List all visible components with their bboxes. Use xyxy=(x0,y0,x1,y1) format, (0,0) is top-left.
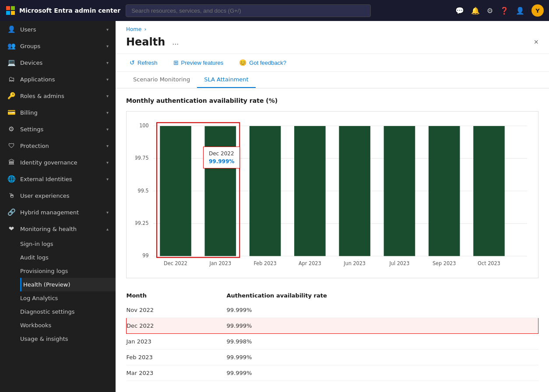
protection-icon: 🛡 xyxy=(7,142,16,150)
people-icon[interactable]: 👤 xyxy=(516,7,524,15)
help-icon[interactable]: ❓ xyxy=(500,7,509,15)
tabs: Scenario Monitoring SLA Attainment xyxy=(116,72,549,88)
preview-features-button[interactable]: ⊞ Preview features xyxy=(170,57,227,68)
sidebar-item-settings[interactable]: ⚙ Settings ▾ xyxy=(0,121,116,137)
svg-text:Dec 2022: Dec 2022 xyxy=(164,260,187,266)
roles-icon: 🔑 xyxy=(7,92,16,100)
sidebar-item-workbooks[interactable]: Workbooks xyxy=(20,318,116,332)
applications-icon: 🗂 xyxy=(7,75,16,83)
svg-text:99: 99 xyxy=(142,252,148,259)
svg-text:Sep 2023: Sep 2023 xyxy=(433,260,456,266)
toolbar: ↺ Refresh ⊞ Preview features 😊 Got feedb… xyxy=(116,54,549,72)
svg-text:Feb 2023: Feb 2023 xyxy=(254,260,277,266)
svg-text:Jun 2023: Jun 2023 xyxy=(343,260,366,266)
sidebar-item-groups[interactable]: 👥 Groups ▾ xyxy=(0,38,116,54)
breadcrumb-separator: › xyxy=(144,26,146,32)
bar-oct-2023[interactable] xyxy=(473,126,505,256)
svg-rect-2 xyxy=(6,11,10,15)
table-cell-rate: 99.999% xyxy=(227,302,538,318)
bar-sep-2023[interactable] xyxy=(429,126,460,256)
table-row[interactable]: Jan 2023 99.998% xyxy=(127,334,538,350)
chevron-down-icon: ▾ xyxy=(106,177,109,182)
sidebar-item-health-preview[interactable]: Health (Preview) xyxy=(20,278,116,291)
bar-jan-2023[interactable] xyxy=(205,126,236,256)
sidebar-item-hybrid-management[interactable]: 🔗 Hybrid management ▾ xyxy=(0,204,116,220)
sidebar-label-billing: Billing xyxy=(20,109,38,116)
page-menu-button[interactable]: ... xyxy=(169,37,181,48)
feedback-button[interactable]: 😊 Got feedback? xyxy=(236,57,290,68)
refresh-button[interactable]: ↺ Refresh xyxy=(126,57,161,68)
table-header-month: Month xyxy=(127,289,227,302)
bar-jul-2023[interactable] xyxy=(384,126,415,256)
svg-rect-1 xyxy=(11,6,15,10)
chevron-down-icon: ▾ xyxy=(106,27,109,32)
table-row[interactable]: Mar 2023 99.999% xyxy=(127,365,538,381)
tab-sla-attainment[interactable]: SLA Attainment xyxy=(197,72,256,88)
external-id-icon: 🌐 xyxy=(7,175,16,183)
sidebar-item-health-preview-wrapper: Health (Preview) xyxy=(20,278,116,291)
chevron-down-icon: ▾ xyxy=(106,160,109,165)
sidebar-item-applications[interactable]: 🗂 Applications ▾ xyxy=(0,71,116,88)
brand-title: Microsoft Entra admin center xyxy=(19,7,120,14)
table-row[interactable]: Nov 2022 99.999% xyxy=(127,302,538,318)
close-button[interactable]: × xyxy=(534,38,538,47)
sidebar-item-external-identities[interactable]: 🌐 External Identities ▾ xyxy=(0,171,116,187)
page-header: Health ... × xyxy=(116,34,549,54)
svg-text:Oct 2023: Oct 2023 xyxy=(478,260,500,266)
table-cell-month: Feb 2023 xyxy=(127,350,227,365)
table-row[interactable]: Feb 2023 99.999% xyxy=(127,350,538,365)
sidebar-label-protection: Protection xyxy=(20,143,49,149)
sidebar-item-diagnostic-settings[interactable]: Diagnostic settings xyxy=(20,305,116,318)
bar-feb-2023[interactable] xyxy=(250,126,281,256)
sidebar-label-identity-governance: Identity governance xyxy=(20,159,77,166)
feedback-icon: 😊 xyxy=(239,59,246,66)
brand: Microsoft Entra admin center xyxy=(5,5,120,16)
tab-scenario-monitoring[interactable]: Scenario Monitoring xyxy=(126,72,197,88)
table-cell-month: Nov 2022 xyxy=(127,302,227,318)
sidebar-item-log-analytics[interactable]: Log Analytics xyxy=(20,291,116,305)
sidebar-item-provisioning-logs[interactable]: Provisioning logs xyxy=(20,264,116,278)
sidebar-label-settings: Settings xyxy=(20,126,43,133)
sidebar-item-users[interactable]: 👤 Users ▾ xyxy=(0,21,116,38)
svg-rect-3 xyxy=(11,11,15,15)
sidebar-item-billing[interactable]: 💳 Billing ▾ xyxy=(0,104,116,121)
breadcrumb-home[interactable]: Home xyxy=(126,26,141,32)
bar-dec-2022[interactable] xyxy=(160,126,191,256)
breadcrumb: Home › xyxy=(116,21,549,34)
identity-gov-icon: 🏛 xyxy=(7,158,16,166)
sidebar-item-identity-governance[interactable]: 🏛 Identity governance ▾ xyxy=(0,154,116,171)
table-cell-rate: 99.999% xyxy=(227,350,538,365)
sidebar-label-user-experiences: User experiences xyxy=(20,192,70,199)
sidebar-item-audit-logs[interactable]: Audit logs xyxy=(20,251,116,264)
users-icon: 👤 xyxy=(7,25,16,33)
chevron-down-icon: ▾ xyxy=(106,44,109,49)
table-row[interactable]: Dec 2022 99.999% xyxy=(127,318,538,334)
table-cell-month: Jan 2023 xyxy=(127,334,227,350)
sidebar-item-usage-insights[interactable]: Usage & insights xyxy=(20,332,116,346)
avatar[interactable]: Y xyxy=(531,4,544,17)
brand-icon xyxy=(5,5,16,16)
search-input[interactable] xyxy=(126,4,371,17)
notifications-icon[interactable]: 🔔 xyxy=(471,7,480,15)
hybrid-mgmt-icon: 🔗 xyxy=(7,208,16,216)
feedback-icon[interactable]: 💬 xyxy=(455,7,464,15)
sidebar-item-protection[interactable]: 🛡 Protection ▾ xyxy=(0,137,116,154)
topbar: Microsoft Entra admin center 💬 🔔 ⚙ ❓ 👤 Y xyxy=(0,0,549,21)
monitoring-icon: ❤ xyxy=(7,225,16,233)
bar-apr-2023[interactable] xyxy=(294,126,326,256)
chevron-down-icon: ▾ xyxy=(106,127,109,132)
svg-text:Jan 2023: Jan 2023 xyxy=(209,260,232,266)
sidebar-label-devices: Devices xyxy=(20,60,42,66)
chevron-down-icon: ▾ xyxy=(106,60,109,65)
sidebar-item-sign-in-logs[interactable]: Sign-in logs xyxy=(20,237,116,251)
sidebar-item-user-experiences[interactable]: 🖱 User experiences xyxy=(0,187,116,204)
bar-jun-2023[interactable] xyxy=(339,126,370,256)
groups-icon: 👥 xyxy=(7,42,16,50)
sidebar-item-roles[interactable]: 🔑 Roles & admins ▾ xyxy=(0,88,116,104)
sidebar-item-monitoring-health[interactable]: ❤ Monitoring & health ▴ xyxy=(0,220,116,237)
sidebar-item-devices[interactable]: 💻 Devices ▾ xyxy=(0,54,116,71)
topbar-icons: 💬 🔔 ⚙ ❓ 👤 Y xyxy=(455,4,544,17)
settings-icon[interactable]: ⚙ xyxy=(487,7,493,15)
main-content: Home › Health ... × ↺ Refresh ⊞ Preview … xyxy=(116,21,549,392)
user-exp-icon: 🖱 xyxy=(7,192,16,200)
